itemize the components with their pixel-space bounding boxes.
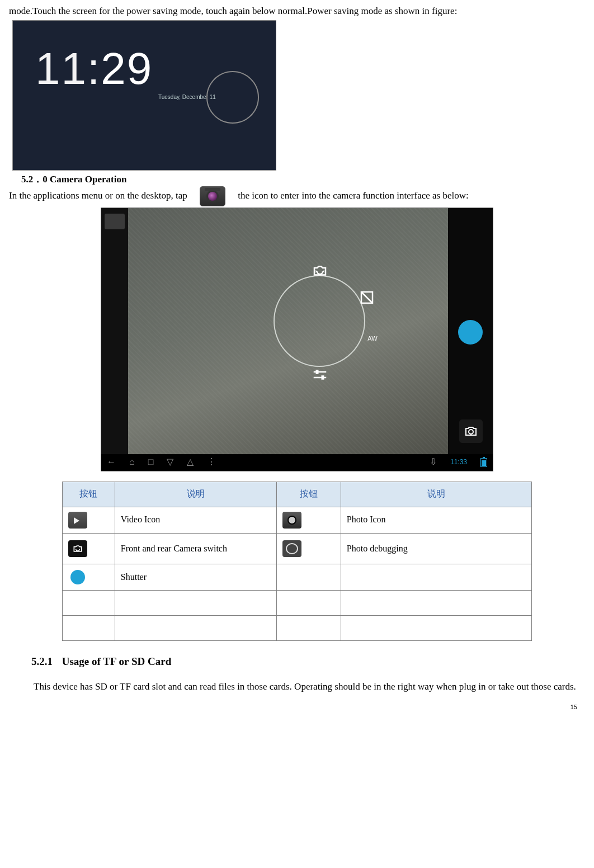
camera-ui-figure: AW ← ⌂ □ ▽ △ ⋮ ⇩ 11:33 (101, 207, 493, 471)
cell-empty (115, 590, 277, 615)
page-number: 15 (571, 703, 577, 711)
vol-up-icon[interactable]: △ (187, 456, 194, 468)
cell-empty (341, 615, 531, 640)
section-5-2-1-heading: 5.2.1 Usage of TF or SD Card (31, 654, 585, 669)
cell-shutter: Shutter (115, 564, 277, 590)
legend-header-button-2: 按钮 (277, 482, 341, 507)
section-number: 5.2.1 (31, 655, 53, 667)
exposure-icon (359, 291, 375, 304)
table-row: Shutter (63, 564, 532, 590)
photo-debugging-icon (282, 540, 301, 557)
intro-text: mode.Touch the screen for the power savi… (9, 4, 585, 18)
lockscreen-figure: 11:29 Tuesday, December 11 (12, 20, 276, 171)
camera-intro-pre: In the applications menu or on the deskt… (9, 190, 187, 201)
table-row: Front and rear Camera switch Photo debug… (63, 533, 532, 564)
icon-legend-table: 按钮 说明 按钮 说明 Video Icon Photo Icon Front … (62, 482, 532, 641)
svg-rect-0 (361, 292, 373, 303)
vol-down-icon[interactable]: ▽ (167, 456, 173, 468)
camera-intro: In the applications menu or on the deskt… (9, 186, 585, 206)
cell-empty (115, 615, 277, 640)
switch-camera-icon (312, 264, 328, 277)
gallery-thumbnail (105, 214, 125, 229)
section-title: Usage of TF or SD Card (62, 655, 171, 667)
home-icon[interactable]: ⌂ (129, 456, 135, 468)
camera-intro-post: the icon to enter into the camera functi… (238, 190, 469, 201)
download-icon: ⇩ (430, 456, 437, 468)
recents-icon[interactable]: □ (148, 456, 154, 468)
awb-icon: AW (364, 332, 381, 346)
video-mode-icon (68, 512, 87, 529)
svg-rect-2 (322, 375, 324, 380)
camera-switch-icon (68, 540, 87, 557)
legend-header-desc-1: 说明 (115, 482, 277, 507)
battery-icon (480, 458, 487, 467)
cell-empty (341, 590, 531, 615)
back-icon[interactable]: ← (107, 456, 116, 468)
clock-time: 11:29 (35, 37, 153, 100)
camera-left-bar (101, 208, 128, 454)
section-5-2-1-para: This device has SD or TF card slot and c… (16, 677, 578, 696)
svg-point-3 (469, 430, 473, 434)
cell-photo: Photo Icon (341, 507, 531, 533)
camera-app-icon (200, 186, 225, 206)
status-time: 11:33 (450, 457, 467, 467)
lock-ring-icon (206, 71, 259, 124)
table-row: Video Icon Photo Icon (63, 507, 532, 533)
svg-rect-1 (316, 370, 319, 374)
camera-navbar: ← ⌂ □ ▽ △ ⋮ ⇩ 11:33 (101, 454, 493, 471)
photo-mode-button[interactable] (459, 419, 483, 443)
camera-viewfinder: AW (128, 208, 448, 454)
cell-debug: Photo debugging (341, 533, 531, 564)
shutter-icon (68, 569, 87, 586)
legend-header-button-1: 按钮 (63, 482, 115, 507)
table-row (63, 615, 532, 640)
legend-header-desc-2: 说明 (341, 482, 531, 507)
cell-empty (341, 564, 531, 590)
table-row (63, 590, 532, 615)
cell-switch: Front and rear Camera switch (115, 533, 277, 564)
shutter-button[interactable] (458, 320, 483, 345)
camera-right-bar (448, 208, 493, 454)
menu-icon[interactable]: ⋮ (207, 456, 216, 468)
focus-ring-icon: AW (274, 275, 365, 367)
cell-video: Video Icon (115, 507, 277, 533)
section-5-2-0-heading: 5.2．0 Camera Operation (21, 173, 585, 186)
settings-slider-icon (312, 368, 328, 381)
photo-mode-icon (282, 512, 301, 529)
